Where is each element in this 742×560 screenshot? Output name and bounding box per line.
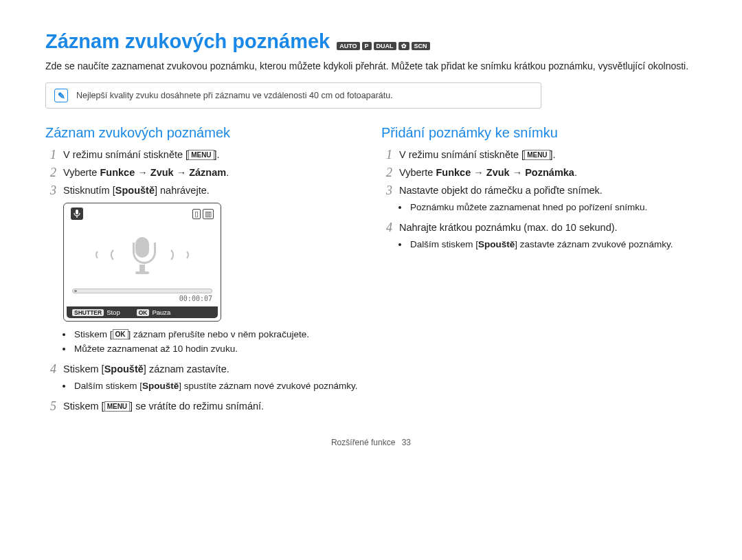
sound-wave-icon <box>178 249 189 260</box>
svg-rect-0 <box>76 210 78 214</box>
step-text: Vyberte Funkce → Zvuk → Záznam. <box>63 166 229 179</box>
step-row: 2 Vyberte Funkce → Zvuk → Poznámka. <box>381 166 697 179</box>
recording-indicator-icon <box>71 208 83 220</box>
recorder-graphic <box>67 221 218 289</box>
mode-badge: ✿ <box>398 42 409 50</box>
page-footer: Rozšířené funkce 33 <box>45 438 697 447</box>
bullet-list: Stiskem [OK] záznam přerušíte nebo v něm… <box>73 328 361 355</box>
left-column: Záznam zvukových poznámek 1 V režimu sní… <box>45 125 361 417</box>
bullet-list: Dalším stiskem [Spouště] zastavte záznam… <box>409 238 697 251</box>
recorder-topbar: ▯ ▥ <box>67 206 218 221</box>
step-number: 3 <box>381 183 392 197</box>
step-number: 2 <box>45 166 56 179</box>
step-row: 4 Stiskem [Spouště] záznam zastavíte. <box>45 362 361 376</box>
right-column: Přidání poznámky ke snímku 1 V režimu sn… <box>381 125 697 417</box>
shutter-key-label: SHUTTER <box>72 309 104 316</box>
microphone-icon <box>130 237 155 273</box>
mode-badge: P <box>362 42 372 50</box>
recorder-timeline: 00:00:07 <box>72 289 212 302</box>
step-number: 1 <box>45 148 56 161</box>
menu-button-label: MENU <box>524 150 550 160</box>
step-row: 1 V režimu snímání stiskněte [MENU]. <box>381 148 697 161</box>
recorder-footer: SHUTTERStop OKPauza <box>67 306 218 318</box>
step-row: 3 Stisknutím [Spouště] nahrávejte. <box>45 183 361 197</box>
footer-section: Rozšířené funkce <box>331 438 395 447</box>
title-row: Záznam zvukových poznámek AUTO P DUAL ✿ … <box>45 30 697 53</box>
step-row: 4 Nahrajte krátkou poznámku (max. do 10 … <box>381 221 697 234</box>
step-text: Nastavte objekt do rámečku a pořiďte sní… <box>399 183 603 197</box>
mode-badge: DUAL <box>374 42 396 50</box>
step-row: 2 Vyberte Funkce → Zvuk → Záznam. <box>45 166 361 179</box>
step-text: Stiskem [Spouště] záznam zastavíte. <box>63 362 229 376</box>
step-text: Vyberte Funkce → Zvuk → Poznámka. <box>399 166 577 179</box>
bullet-list: Dalším stiskem [Spouště] spustíte záznam… <box>73 380 361 392</box>
recorder-screenshot: ▯ ▥ 00:00:07 <box>63 203 221 322</box>
manual-page: Záznam zvukových poznámek AUTO P DUAL ✿ … <box>0 0 742 460</box>
menu-button-label: MENU <box>188 150 214 160</box>
list-item: Poznámku můžete zaznamenat hned po poříz… <box>409 201 697 214</box>
mode-badges: AUTO P DUAL ✿ SCN <box>337 42 429 50</box>
list-item: Dalším stiskem [Spouště] zastavte záznam… <box>409 238 697 251</box>
intro-paragraph: Zde se naučíte zaznamenat zvukovou pozná… <box>45 60 697 73</box>
recorder-time: 00:00:07 <box>179 295 212 302</box>
step-row: 3 Nastavte objekt do rámečku a pořiďte s… <box>381 183 697 197</box>
list-item: Můžete zaznamenat až 10 hodin zvuku. <box>73 343 361 355</box>
callout-text: Nejlepší kvality zvuku dosáhnete při záz… <box>76 91 393 100</box>
step-text: Nahrajte krátkou poznámku (max. do 10 se… <box>399 221 618 234</box>
step-row: 5 Stiskem [MENU] se vrátíte do režimu sn… <box>45 399 361 413</box>
page-title: Záznam zvukových poznámek <box>45 30 330 53</box>
step-text: Stiskem [MENU] se vrátíte do režimu sním… <box>63 399 264 413</box>
ok-key-label: OK <box>137 309 150 316</box>
sound-wave-icon <box>111 247 126 262</box>
step-number: 3 <box>45 183 56 197</box>
step-number: 2 <box>381 166 392 179</box>
ok-button-label: OK <box>113 329 128 339</box>
step-text: Stisknutím [Spouště] nahrávejte. <box>63 183 210 197</box>
step-text: V režimu snímání stiskněte [MENU]. <box>399 148 556 161</box>
shutter-action: Stop <box>106 309 120 316</box>
step-number: 1 <box>381 148 392 161</box>
left-subheading: Záznam zvukových poznámek <box>45 125 361 141</box>
sound-wave-icon <box>95 249 106 260</box>
mode-badge: SCN <box>412 42 430 50</box>
battery-icon: ▥ <box>203 209 214 219</box>
mode-badge: AUTO <box>337 42 359 50</box>
list-item: Stiskem [OK] záznam přerušíte nebo v něm… <box>73 328 361 341</box>
menu-button-label: MENU <box>104 401 130 412</box>
ok-action: Pauza <box>152 309 170 316</box>
note-callout: ✎ Nejlepší kvality zvuku dosáhnete při z… <box>45 82 541 109</box>
card-icon: ▯ <box>192 209 201 219</box>
step-number: 5 <box>45 399 56 413</box>
step-text: V režimu snímání stiskněte [MENU]. <box>63 148 220 161</box>
step-row: 1 V režimu snímání stiskněte [MENU]. <box>45 148 361 161</box>
recorder-frame: ▯ ▥ 00:00:07 <box>63 203 221 322</box>
battery-status-icons: ▯ ▥ <box>192 209 214 219</box>
sound-wave-icon <box>159 247 174 262</box>
two-columns: Záznam zvukových poznámek 1 V režimu sní… <box>45 125 697 417</box>
page-number: 33 <box>402 438 411 447</box>
progress-bar <box>72 289 212 293</box>
right-subheading: Přidání poznámky ke snímku <box>381 125 697 141</box>
step-number: 4 <box>381 221 392 234</box>
step-number: 4 <box>45 362 56 376</box>
list-item: Dalším stiskem [Spouště] spustíte záznam… <box>73 380 361 392</box>
note-icon: ✎ <box>54 89 68 102</box>
bullet-list: Poznámku můžete zaznamenat hned po poříz… <box>409 201 697 214</box>
